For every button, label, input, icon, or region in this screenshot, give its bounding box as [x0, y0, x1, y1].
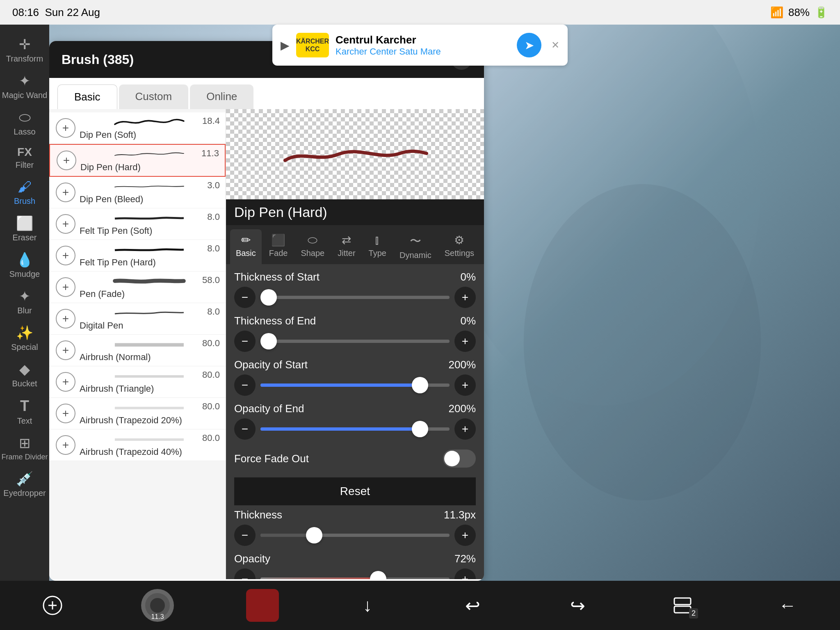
thickness-end-track[interactable]: [260, 340, 450, 343]
ad-banner[interactable]: ▶ KÄRCHER KCC Centrul Karcher Karcher Ce…: [272, 25, 568, 66]
tool-lasso[interactable]: ⬭ Lasso: [0, 106, 49, 140]
tool-frame-divider[interactable]: ⊞ Frame Divider: [0, 431, 49, 465]
brush-item-pen-fade[interactable]: + Pen (Fade) 58.0: [49, 272, 226, 303]
opacity-end-track[interactable]: [260, 427, 450, 431]
brush-add-button[interactable]: +: [56, 372, 75, 392]
brush-preview: Airbrush (Trapezoid 40%): [80, 433, 219, 457]
tool-smudge[interactable]: 💧 Smudge: [0, 248, 49, 282]
frame-divider-icon: ⊞: [19, 435, 30, 451]
opacity-end-value: 200%: [449, 402, 476, 415]
brush-add-button[interactable]: +: [56, 404, 75, 423]
download-button[interactable]: ↓: [351, 589, 384, 622]
thickness-start-minus[interactable]: −: [234, 287, 256, 308]
tab-online[interactable]: Online: [190, 84, 253, 109]
tab-basic[interactable]: Basic: [57, 84, 117, 109]
undo-button[interactable]: ↩: [456, 589, 489, 622]
force-fade-out-toggle[interactable]: [443, 450, 476, 468]
reset-button[interactable]: Reset: [234, 477, 476, 505]
thickness-start-plus[interactable]: +: [454, 287, 476, 308]
brush-options-button[interactable]: [36, 589, 69, 622]
layers-button[interactable]: [666, 589, 699, 622]
jitter-tab-icon: ⇄: [342, 233, 351, 247]
thickness-row: Thickness 11.3px − +: [234, 509, 476, 546]
brush-item-digital-pen[interactable]: + Digital Pen 8.0: [49, 303, 226, 335]
thickness-plus[interactable]: +: [454, 525, 476, 546]
back-button[interactable]: ←: [771, 589, 804, 622]
tool-brush[interactable]: 🖌 Brush: [0, 176, 49, 209]
brush-add-button[interactable]: +: [56, 277, 75, 297]
brush-add-button[interactable]: +: [56, 214, 75, 234]
opacity-plus[interactable]: +: [454, 568, 476, 579]
brush-add-button[interactable]: +: [56, 435, 75, 455]
settings-tab-shape[interactable]: ⬭ Shape: [295, 229, 330, 264]
thickness-track[interactable]: [260, 534, 450, 537]
brush-add-button[interactable]: +: [57, 151, 76, 170]
brush-add-button[interactable]: +: [56, 246, 75, 265]
tool-transform[interactable]: ✛ Transform: [0, 33, 49, 67]
tool-text[interactable]: T Text: [0, 394, 49, 429]
settings-tab-dynamic[interactable]: 〜 Dynamic: [394, 229, 437, 264]
thickness-minus[interactable]: −: [234, 525, 256, 546]
opacity-start-plus[interactable]: +: [454, 374, 476, 396]
tool-bucket[interactable]: ◆ Bucket: [0, 358, 49, 392]
tool-eraser[interactable]: ⬜ Eraser: [0, 212, 49, 246]
opacity-value: 72%: [454, 552, 476, 565]
opacity-end-plus[interactable]: +: [454, 418, 476, 440]
brush-display-name: Dip Pen (Hard): [226, 199, 484, 225]
tab-custom[interactable]: Custom: [119, 84, 189, 109]
brush-add-button[interactable]: +: [56, 183, 75, 202]
brush-preview: Dip Pen (Hard): [80, 148, 218, 173]
brush-add-button[interactable]: +: [56, 340, 75, 360]
ad-close-icon[interactable]: ✕: [551, 39, 559, 51]
opacity-start-minus[interactable]: −: [234, 374, 256, 396]
brush-preview: Dip Pen (Soft): [80, 116, 219, 140]
tool-filter[interactable]: FX Filter: [0, 142, 49, 173]
brush-item-dip-pen-hard[interactable]: + Dip Pen (Hard) 11.3: [49, 144, 226, 177]
opacity-end-minus[interactable]: −: [234, 418, 256, 440]
fade-tab-icon: ⬛: [271, 233, 285, 247]
settings-tab-settings[interactable]: ⚙ Settings: [439, 229, 480, 264]
brush-item-airbrush-trapezoid-20[interactable]: + Airbrush (Trapezoid 20%) 80.0: [49, 398, 226, 429]
brush-item-airbrush-trapezoid-40[interactable]: + Airbrush (Trapezoid 40%) 80.0: [49, 429, 226, 461]
opacity-track[interactable]: [260, 578, 450, 579]
brush-settings-panel: Dip Pen (Hard) ✏ Basic ⬛ Fade ⬭ Shape ⇄ …: [226, 109, 484, 579]
status-right: 📶 88% 🔋: [770, 6, 828, 19]
tool-blur[interactable]: ✦ Blur: [0, 285, 49, 319]
settings-tab-fade[interactable]: ⬛ Fade: [263, 229, 294, 264]
opacity-row: Opacity 72% − +: [234, 552, 476, 579]
opacity-end-row: Opacity of End 200% − +: [234, 402, 476, 440]
thickness-end-value: 0%: [460, 315, 476, 327]
tool-special[interactable]: ✨ Special: [0, 321, 49, 355]
brush-item-airbrush-triangle[interactable]: + Airbrush (Triangle) 80.0: [49, 366, 226, 398]
opacity-minus[interactable]: −: [234, 568, 256, 579]
opacity-start-track[interactable]: [260, 383, 450, 387]
brush-item-dip-pen-bleed[interactable]: + Dip Pen (Bleed) 3.0: [49, 177, 226, 208]
brush-add-button[interactable]: +: [56, 118, 75, 138]
brush-size-indicator[interactable]: 11.3: [141, 589, 174, 622]
battery-icon: 🔋: [815, 6, 828, 19]
bottom-bar: 11.3 ↓ ↩ ↪ ←: [0, 581, 840, 630]
brush-item-felt-tip-soft[interactable]: + Felt Tip Pen (Soft) 8.0: [49, 208, 226, 240]
settings-tab-jitter[interactable]: ⇄ Jitter: [332, 229, 361, 264]
brush-add-button[interactable]: +: [56, 309, 75, 329]
ad-arrow-icon[interactable]: ➤: [517, 33, 541, 57]
color-swatch[interactable]: [246, 589, 279, 622]
thickness-value: 11.3px: [444, 509, 476, 521]
force-fade-out-label: Force Fade Out: [234, 452, 309, 465]
thickness-start-track[interactable]: [260, 296, 450, 299]
settings-tab-basic[interactable]: ✏ Basic: [230, 229, 262, 264]
brush-preview: Pen (Fade): [80, 275, 219, 299]
magic-wand-icon: ✦: [19, 73, 30, 89]
tool-eyedropper[interactable]: 💉 Eyedropper: [0, 467, 49, 501]
settings-tab-type[interactable]: ⫿ Type: [363, 229, 392, 264]
redo-button[interactable]: ↪: [561, 589, 594, 622]
thickness-end-minus[interactable]: −: [234, 331, 256, 352]
opacity-start-label: Opacity of Start: [234, 358, 308, 371]
transform-icon: ✛: [19, 36, 30, 52]
brush-item-airbrush-normal[interactable]: + Airbrush (Normal) 80.0: [49, 335, 226, 366]
brush-item-dip-pen-soft[interactable]: + Dip Pen (Soft) 18.4: [49, 112, 226, 144]
brush-item-felt-tip-hard[interactable]: + Felt Tip Pen (Hard) 8.0: [49, 240, 226, 272]
thickness-end-plus[interactable]: +: [454, 331, 476, 352]
svg-point-6: [150, 598, 165, 613]
tool-magic-wand[interactable]: ✦ Magic Wand: [0, 69, 49, 103]
